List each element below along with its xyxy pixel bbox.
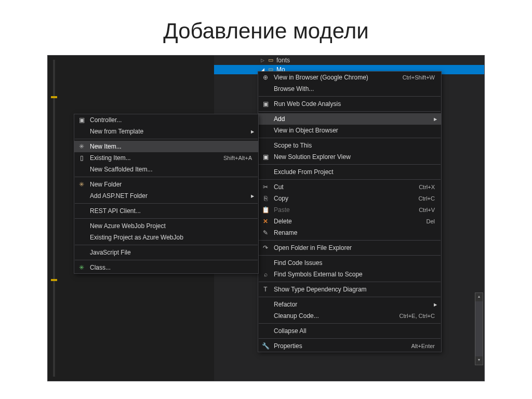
menu-find-symbols[interactable]: ⌕ Find Symbols External to Scope	[258, 269, 441, 280]
menu-separator	[75, 139, 258, 139]
menu-existing-webjob[interactable]: Existing Project as Azure WebJob	[74, 232, 258, 243]
menu-label: Copy	[274, 195, 288, 202]
tree-row-fonts[interactable]: ▷ ▭ fonts	[214, 56, 484, 65]
menu-label: Open Folder in File Explorer	[274, 244, 352, 251]
menu-separator	[259, 297, 441, 297]
menu-view-browser[interactable]: ⊕ View in Browser (Google Chrome) Ctrl+S…	[258, 72, 441, 83]
menu-separator	[259, 96, 441, 97]
menu-label: Refactor	[274, 301, 297, 308]
menu-label: Properties	[274, 342, 302, 350]
menu-copy[interactable]: ⎘ Copy Ctrl+C	[258, 193, 441, 204]
menu-label: New Scaffolded Item...	[90, 166, 153, 173]
menu-shortcut: Alt+Enter	[411, 343, 435, 349]
marker-icon	[51, 279, 57, 281]
menu-asp-folder[interactable]: Add ASP.NET Folder ▶	[74, 190, 258, 202]
menu-existing-item[interactable]: ▯ Existing Item... Shift+Alt+A	[74, 152, 258, 164]
menu-cleanup[interactable]: Cleanup Code... Ctrl+E, Ctrl+C	[258, 310, 441, 322]
submenu-arrow-icon: ▶	[434, 302, 437, 307]
menu-new-item[interactable]: ✳ New Item...	[74, 141, 258, 152]
scrollbar[interactable]: ▴ ▾	[475, 292, 483, 365]
menu-separator	[259, 164, 441, 165]
menu-separator	[259, 255, 441, 256]
new-folder-icon: ✳	[77, 180, 86, 189]
properties-icon: 🔧	[261, 342, 270, 350]
context-menu-add[interactable]: ▣ Controller... New from Template ▶ ✳ Ne…	[74, 114, 259, 274]
scroll-down-icon[interactable]: ▾	[475, 356, 483, 365]
menu-new-scaffold[interactable]: New Scaffolded Item...	[74, 164, 258, 175]
menu-separator	[259, 138, 441, 138]
menu-label: Existing Project as Azure WebJob	[90, 234, 183, 241]
menu-label: Paste	[274, 206, 290, 214]
menu-new-folder[interactable]: ✳ New Folder	[74, 179, 258, 190]
arrow-collapsed-icon: ▷	[260, 58, 265, 63]
menu-new-solution-view[interactable]: ▣ New Solution Explorer View	[258, 151, 441, 163]
line-number-gutter	[53, 60, 55, 377]
slide-title: Добавление модели	[0, 0, 532, 44]
menu-label: Class...	[90, 264, 111, 271]
menu-separator	[259, 338, 441, 339]
new-item-icon: ✳	[77, 142, 86, 151]
menu-separator	[259, 111, 441, 112]
menu-separator	[75, 218, 258, 219]
menu-view-object-browser[interactable]: View in Object Browser	[258, 125, 441, 136]
tree-label: fonts	[276, 57, 290, 64]
menu-refactor[interactable]: Refactor ▶	[258, 299, 441, 310]
menu-separator	[75, 245, 258, 245]
menu-label: JavaScript File	[90, 249, 131, 256]
scroll-up-icon[interactable]: ▴	[475, 293, 483, 301]
controller-icon: ▣	[77, 116, 86, 124]
menu-label: New Solution Explorer View	[274, 153, 351, 161]
menu-type-diagram[interactable]: T Show Type Dependency Diagram	[258, 284, 441, 295]
menu-label: Add	[274, 115, 285, 123]
explorer-icon: ▣	[261, 153, 270, 161]
rename-icon: ✎	[261, 229, 270, 237]
menu-shortcut: Del	[426, 218, 435, 224]
menu-delete[interactable]: ✕ Delete Del	[258, 216, 441, 227]
menu-azure-webjob[interactable]: New Azure WebJob Project	[74, 220, 258, 232]
menu-add[interactable]: Add ▶	[258, 113, 441, 125]
context-menu-main[interactable]: ⊕ View in Browser (Google Chrome) Ctrl+S…	[258, 71, 442, 352]
menu-separator	[75, 203, 258, 204]
menu-label: Controller...	[90, 116, 122, 124]
menu-class[interactable]: ✳ Class...	[74, 262, 258, 273]
copy-icon: ⎘	[261, 194, 270, 203]
menu-label: REST API Client...	[90, 207, 141, 215]
submenu-arrow-icon: ▶	[251, 129, 254, 134]
menu-label: Existing Item...	[90, 154, 131, 162]
menu-cut[interactable]: ✂ Cut Ctrl+X	[258, 181, 441, 193]
submenu-arrow-icon: ▶	[434, 117, 437, 122]
menu-properties[interactable]: 🔧 Properties Alt+Enter	[258, 340, 441, 352]
menu-run-analysis[interactable]: ▣ Run Web Code Analysis	[258, 98, 441, 110]
menu-new-from-template[interactable]: New from Template ▶	[74, 126, 258, 137]
menu-label: View in Browser (Google Chrome)	[274, 74, 368, 81]
menu-label: Collapse All	[274, 327, 307, 335]
menu-paste: 📋 Paste Ctrl+V	[258, 204, 441, 216]
menu-shortcut: Ctrl+E, Ctrl+C	[400, 313, 435, 319]
menu-shortcut: Shift+Alt+A	[223, 155, 252, 161]
menu-label: Find Symbols External to Scope	[274, 271, 363, 278]
menu-label: Add ASP.NET Folder	[90, 192, 148, 200]
menu-find-issues[interactable]: Find Code Issues	[258, 257, 441, 269]
menu-separator	[259, 240, 441, 241]
menu-scope[interactable]: Scope to This	[258, 140, 441, 151]
menu-label: View in Object Browser	[274, 127, 338, 134]
cut-icon: ✂	[261, 183, 270, 191]
menu-rest-client[interactable]: REST API Client...	[74, 205, 258, 217]
folder-icon: ▭	[267, 57, 274, 64]
menu-controller[interactable]: ▣ Controller...	[74, 114, 258, 126]
menu-js-file[interactable]: JavaScript File	[74, 247, 258, 258]
submenu-arrow-icon: ▶	[251, 194, 254, 198]
menu-label: New Folder	[90, 181, 122, 188]
menu-label: New from Template	[90, 128, 143, 135]
analysis-icon: ▣	[261, 100, 270, 108]
menu-label: Delete	[274, 218, 292, 225]
menu-collapse-all[interactable]: Collapse All	[258, 325, 441, 337]
menu-open-folder[interactable]: ↷ Open Folder in File Explorer	[258, 242, 441, 254]
menu-exclude[interactable]: Exclude From Project	[258, 166, 441, 178]
find-icon: ⌕	[261, 270, 270, 278]
screenshot-frame: ▷ ▭ fonts ◢ ▭ Mo ▷ 🔒 C# I… ▷ 🔒 C# I… ▷ 🔒…	[47, 55, 485, 381]
menu-browse-with[interactable]: Browse With...	[258, 83, 441, 95]
menu-label: Scope to This	[274, 142, 312, 149]
menu-separator	[75, 260, 258, 260]
menu-rename[interactable]: ✎ Rename	[258, 227, 441, 238]
